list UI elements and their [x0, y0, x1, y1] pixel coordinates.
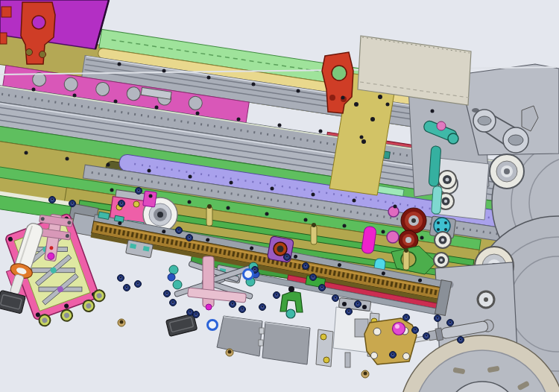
red-block-corner: [1, 7, 11, 17]
magenta-tab: [143, 191, 157, 207]
red-block-edge: [0, 33, 7, 44]
magenta-knob: [393, 323, 405, 335]
red-pulley-1: [401, 208, 426, 233]
cad-viewport[interactable]: [0, 0, 559, 392]
pink-cam-2: [387, 231, 399, 243]
bearing-large-top: [490, 154, 524, 189]
cad-scene: [0, 0, 559, 392]
pink-cam-1: [388, 206, 399, 217]
